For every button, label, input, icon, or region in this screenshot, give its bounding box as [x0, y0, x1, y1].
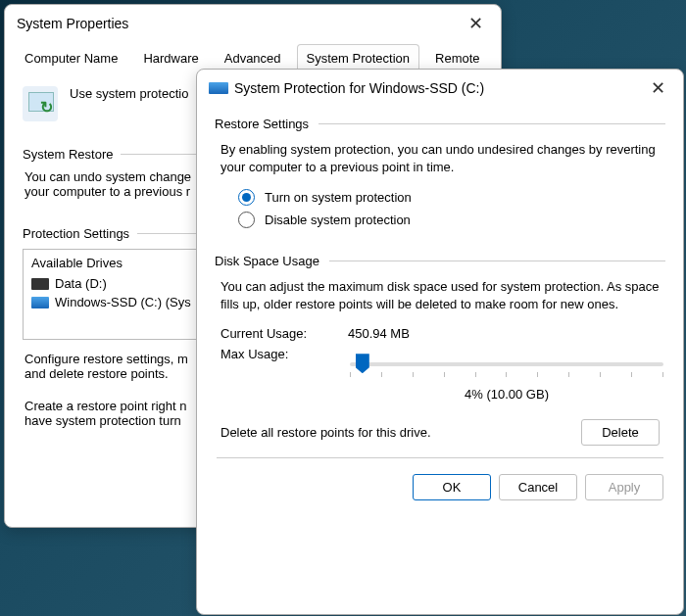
drive-icon [31, 278, 49, 290]
intro-text: Use system protectio [70, 86, 188, 101]
restore-settings-desc: By enabling system protection, you can u… [220, 141, 665, 175]
radio-icon [238, 212, 255, 228]
tab-hardware[interactable]: Hardware [133, 44, 208, 72]
disk-space-desc: You can adjust the maximum disk space us… [220, 278, 665, 312]
radio-label: Turn on system protection [265, 190, 412, 205]
current-usage-label: Current Usage: [220, 326, 338, 341]
section-restore-settings: Restore Settings [215, 117, 665, 131]
max-usage-label: Max Usage: [220, 347, 338, 402]
radio-label: Disable system protection [265, 213, 411, 227]
close-icon[interactable]: ✕ [463, 13, 489, 34]
max-usage-value: 4% (10.00 GB) [348, 387, 665, 402]
max-usage-slider[interactable]: 4% (10.00 GB) [348, 347, 665, 402]
radio-turn-on[interactable]: Turn on system protection [238, 189, 665, 206]
tab-computer-name[interactable]: Computer Name [15, 44, 127, 72]
section-disk-space: Disk Space Usage [215, 254, 665, 268]
window-title: System Properties [17, 16, 128, 31]
titlebar: System Protection for Windows-SSD (C:) ✕ [197, 70, 683, 107]
dialog-title: System Protection for Windows-SSD (C:) [234, 80, 484, 96]
group-label: System Restore [23, 147, 113, 162]
group-label: Protection Settings [23, 226, 129, 241]
system-restore-icon [23, 86, 58, 121]
current-usage-value: 450.94 MB [348, 326, 410, 341]
ok-button[interactable]: OK [413, 474, 491, 500]
close-icon[interactable]: ✕ [645, 77, 671, 99]
drive-icon [209, 82, 228, 94]
apply-button[interactable]: Apply [585, 474, 663, 500]
radio-disable[interactable]: Disable system protection [238, 212, 665, 228]
radio-icon [238, 189, 255, 206]
drive-icon [31, 297, 49, 308]
delete-button[interactable]: Delete [581, 419, 660, 446]
system-protection-dialog: System Protection for Windows-SSD (C:) ✕… [196, 69, 684, 615]
section-label: Disk Space Usage [215, 254, 319, 268]
titlebar: System Properties ✕ [5, 5, 501, 42]
slider-thumb-icon[interactable] [356, 354, 369, 373]
section-label: Restore Settings [215, 117, 309, 131]
drive-label: Data (D:) [55, 276, 107, 291]
delete-desc: Delete all restore points for this drive… [220, 425, 431, 440]
drive-label: Windows-SSD (C:) (Sys [55, 295, 191, 309]
cancel-button[interactable]: Cancel [499, 474, 577, 500]
